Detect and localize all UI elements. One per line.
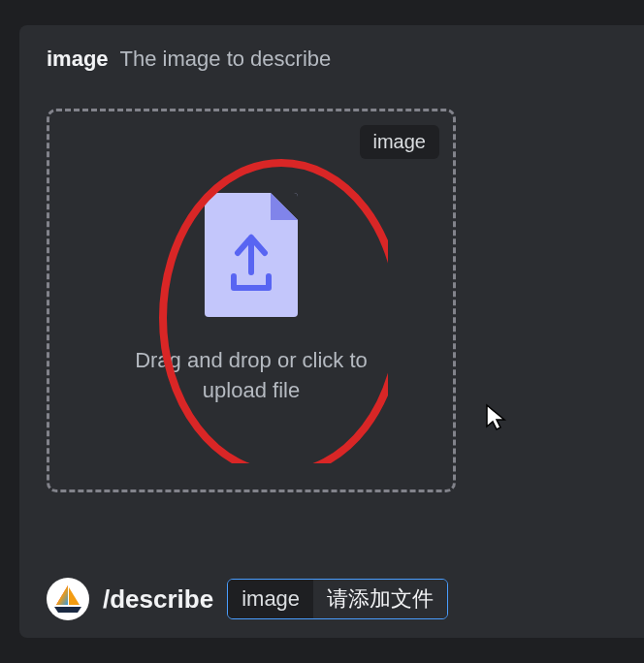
command-row: /describe image 请添加文件 (47, 578, 448, 620)
param-value: 请添加文件 (313, 580, 447, 618)
command-name: /describe (103, 584, 213, 615)
dropzone-badge: image (360, 125, 439, 159)
app-avatar (47, 578, 89, 620)
panel-header: image The image to describe (19, 25, 644, 89)
parameter-title: image (47, 47, 109, 72)
upload-arrow-icon (226, 234, 276, 294)
command-parameter[interactable]: image 请添加文件 (227, 579, 448, 619)
dropzone-instruction: Drag and drop or click to upload file (115, 346, 387, 406)
param-name: image (228, 580, 313, 618)
parameter-description: The image to describe (120, 47, 332, 72)
file-dropzone[interactable]: image Drag and drop or click to upload f… (47, 109, 456, 492)
upload-panel: image The image to describe image Drag a… (19, 25, 644, 638)
upload-file-icon (205, 193, 298, 317)
sailboat-icon (50, 582, 85, 616)
